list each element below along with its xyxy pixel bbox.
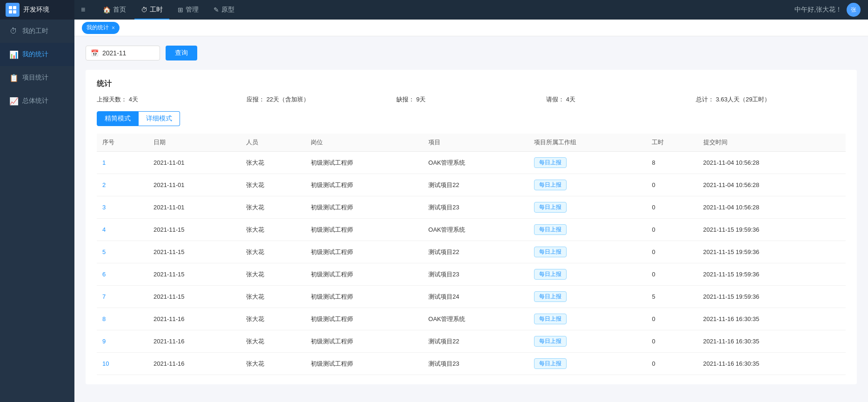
cell-workgroup: 每日上报: [528, 219, 646, 241]
cell-position: 初级测试工程师: [305, 152, 423, 174]
cell-date: 2021-11-16: [148, 353, 240, 375]
stats-title: 统计: [97, 79, 846, 89]
cell-position: 初级测试工程师: [305, 196, 423, 219]
stat-leave: 请假： 4天: [546, 95, 696, 104]
stat-missing: 缺报： 9天: [396, 95, 546, 104]
cell-person: 张大花: [240, 152, 305, 174]
table-row: 10 2021-11-16 张大花 初级测试工程师 测试项目23 每日上报 0 …: [97, 353, 846, 375]
logo-area: 开发环境: [0, 0, 74, 20]
table-row: 9 2021-11-16 张大花 初级测试工程师 测试项目22 每日上报 0 2…: [97, 330, 846, 353]
cell-id[interactable]: 1: [97, 152, 148, 174]
logo-text: 开发环境: [23, 6, 49, 14]
cell-hours: 0: [646, 196, 697, 219]
cell-submittime: 2021-11-16 16:30:35: [698, 308, 846, 330]
top-nav-right: 中午好,张大花！ 张: [795, 3, 868, 17]
table-row: 5 2021-11-15 张大花 初级测试工程师 测试项目22 每日上报 0 2…: [97, 241, 846, 263]
query-button[interactable]: 查询: [166, 46, 197, 60]
cell-date: 2021-11-01: [148, 174, 240, 196]
cell-id[interactable]: 2: [97, 174, 148, 196]
cell-submittime: 2021-11-04 10:56:28: [698, 196, 846, 219]
cell-date: 2021-11-16: [148, 308, 240, 330]
col-header-id: 序号: [97, 134, 148, 152]
cell-hours: 0: [646, 353, 697, 375]
tab-bar: 我的统计 ×: [74, 20, 868, 36]
svg-rect-1: [13, 6, 16, 9]
data-table: 序号 日期 人员 岗位 项目 项目所属工作组 工时 提交时间 1 2021-11…: [97, 134, 846, 375]
table-row: 7 2021-11-15 张大花 初级测试工程师 测试项目24 每日上报 5 2…: [97, 286, 846, 308]
projstats-sidebar-icon: 📋: [9, 74, 18, 82]
table-row: 3 2021-11-01 张大花 初级测试工程师 测试项目23 每日上报 0 2…: [97, 196, 846, 219]
cell-hours: 0: [646, 241, 697, 263]
cell-hours: 0: [646, 174, 697, 196]
prototype-icon: ✎: [214, 6, 219, 13]
cell-workgroup: 每日上报: [528, 286, 646, 308]
hamburger-icon[interactable]: ≡: [74, 6, 92, 14]
workhours-sidebar-icon: ⏱: [9, 27, 18, 35]
detail-mode-button[interactable]: 详细模式: [139, 111, 180, 126]
cell-project: 测试项目24: [423, 286, 529, 308]
sidebar-item-my-stats[interactable]: 📊 我的统计: [0, 43, 74, 66]
cell-id[interactable]: 4: [97, 219, 148, 241]
cell-id[interactable]: 6: [97, 263, 148, 286]
user-avatar[interactable]: 张: [847, 3, 861, 17]
date-value: 2021-11: [102, 49, 126, 57]
cell-id[interactable]: 8: [97, 308, 148, 330]
stats-row: 上报天数： 4天 应报： 22天（含加班） 缺报： 9天 请假： 4天: [97, 95, 846, 104]
cell-project: 测试项目23: [423, 353, 529, 375]
date-input[interactable]: 📅 2021-11: [86, 46, 160, 60]
cell-submittime: 2021-11-04 10:56:28: [698, 174, 846, 196]
cell-submittime: 2021-11-04 10:56:28: [698, 152, 846, 174]
cell-person: 张大花: [240, 263, 305, 286]
cell-person: 张大花: [240, 353, 305, 375]
page-content: 📅 2021-11 查询 统计 上报天数： 4天 应报： 22天（含加班）: [74, 36, 868, 402]
mode-buttons: 精简模式 详细模式: [97, 111, 846, 126]
col-header-workgroup: 项目所属工作组: [528, 134, 646, 152]
nav-item-home[interactable]: 🏠 首页: [96, 0, 133, 20]
cell-hours: 5: [646, 286, 697, 308]
col-header-position: 岗位: [305, 134, 423, 152]
cell-person: 张大花: [240, 286, 305, 308]
cell-id[interactable]: 7: [97, 286, 148, 308]
cell-position: 初级测试工程师: [305, 241, 423, 263]
cell-project: OAK管理系统: [423, 308, 529, 330]
cell-person: 张大花: [240, 241, 305, 263]
cell-project: 测试项目23: [423, 263, 529, 286]
sidebar-item-project-stats[interactable]: 📋 项目统计: [0, 66, 74, 89]
cell-submittime: 2021-11-15 19:59:36: [698, 263, 846, 286]
table-row: 6 2021-11-15 张大花 初级测试工程师 测试项目23 每日上报 0 2…: [97, 263, 846, 286]
logo-icon: [6, 3, 20, 17]
top-nav-menu: 🏠 首页 ⏱ 工时 ⊞ 管理 ✎ 原型: [92, 0, 246, 20]
cell-workgroup: 每日上报: [528, 241, 646, 263]
tab-my-stats[interactable]: 我的统计 ×: [82, 22, 120, 34]
workhours-icon: ⏱: [141, 6, 147, 13]
cell-workgroup: 每日上报: [528, 308, 646, 330]
totalstats-sidebar-icon: 📈: [9, 97, 18, 106]
simple-mode-button[interactable]: 精简模式: [97, 111, 139, 126]
cell-id[interactable]: 10: [97, 353, 148, 375]
cell-person: 张大花: [240, 196, 305, 219]
cell-id[interactable]: 5: [97, 241, 148, 263]
cell-project: OAK管理系统: [423, 219, 529, 241]
stat-should: 应报： 22天（含加班）: [247, 95, 396, 104]
nav-item-manage[interactable]: ⊞ 管理: [171, 0, 205, 20]
nav-item-workhours[interactable]: ⏱ 工时: [134, 0, 169, 20]
sidebar-item-my-workhours[interactable]: ⏱ 我的工时: [0, 20, 74, 43]
tab-close-icon[interactable]: ×: [112, 25, 115, 31]
cell-id[interactable]: 9: [97, 330, 148, 353]
sidebar-item-total-stats[interactable]: 📈 总体统计: [0, 89, 74, 113]
col-header-project: 项目: [423, 134, 529, 152]
nav-item-prototype[interactable]: ✎ 原型: [207, 0, 241, 20]
cell-date: 2021-11-01: [148, 196, 240, 219]
cell-workgroup: 每日上报: [528, 174, 646, 196]
cell-submittime: 2021-11-15 19:59:36: [698, 286, 846, 308]
cell-person: 张大花: [240, 308, 305, 330]
cell-id[interactable]: 3: [97, 196, 148, 219]
cell-hours: 0: [646, 219, 697, 241]
cell-hours: 8: [646, 152, 697, 174]
stats-section: 统计 上报天数： 4天 应报： 22天（含加班） 缺报： 9天: [86, 70, 857, 384]
top-nav: 开发环境 ≡ 🏠 首页 ⏱ 工时 ⊞ 管理 ✎ 原型 中午好,张大花！ 张: [0, 0, 868, 20]
cell-project: 测试项目22: [423, 174, 529, 196]
cell-submittime: 2021-11-16 16:30:35: [698, 330, 846, 353]
cell-person: 张大花: [240, 174, 305, 196]
col-header-date: 日期: [148, 134, 240, 152]
